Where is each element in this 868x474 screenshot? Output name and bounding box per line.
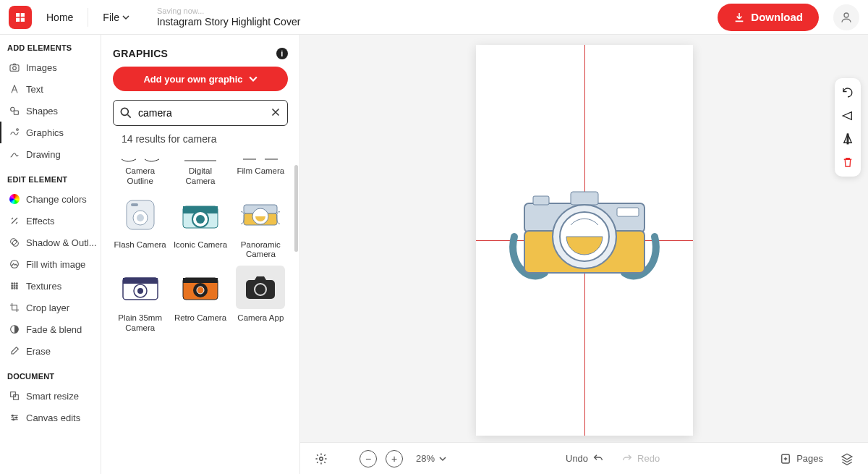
sidebar-item-textures[interactable]: Textures	[0, 275, 101, 297]
fade-icon	[9, 323, 20, 335]
file-menu[interactable]: File	[95, 7, 137, 27]
sidebar-item-images[interactable]: Images	[0, 56, 101, 78]
pages-button[interactable]: Pages	[775, 449, 827, 468]
sidebar-item-label: Effects	[26, 216, 55, 227]
zoom-in-button[interactable]: +	[386, 450, 403, 467]
settings-button[interactable]	[310, 449, 332, 468]
graphics-item[interactable]: Flash Camera	[113, 192, 167, 261]
trash-icon	[841, 156, 854, 169]
sidebar-item-fill-with-image[interactable]: Fill with image	[0, 253, 101, 275]
section-add-elements: ADD ELEMENTS	[0, 43, 101, 56]
graphics-item[interactable]: Digital Camera	[173, 151, 227, 187]
graphics-item[interactable]: Camera App	[234, 266, 288, 334]
crop-icon	[9, 302, 20, 313]
svg-point-54	[320, 457, 323, 460]
sidebar-item-change-colors[interactable]: Change colors	[0, 188, 101, 210]
flip-vertical-button[interactable]	[838, 129, 858, 149]
svg-rect-19	[11, 392, 16, 397]
graphics-item[interactable]: Panoramic Camera	[234, 192, 288, 261]
placed-graphic[interactable]	[501, 186, 668, 295]
search-wrap	[113, 100, 288, 126]
download-button[interactable]: Download	[718, 4, 819, 31]
svg-point-9	[12, 283, 13, 284]
undo-label: Undo	[566, 453, 588, 464]
zoom-out-button[interactable]: −	[359, 450, 377, 467]
graphic-label: Film Camera	[237, 166, 284, 185]
graphics-item[interactable]: Camera Outline	[113, 151, 167, 187]
undo-rotate-button[interactable]	[838, 82, 858, 103]
sidebar-item-fade-blend[interactable]: Fade & blend	[0, 318, 101, 340]
sidebar-item-smart-resize[interactable]: Smart resize	[0, 385, 101, 407]
redo-button[interactable]: Redo	[617, 450, 664, 467]
sidebar-item-graphics[interactable]: Graphics	[0, 122, 101, 143]
graphic-label: Panoramic Camera	[234, 240, 288, 261]
flip-v-icon	[841, 132, 854, 145]
svg-point-22	[16, 417, 17, 418]
thumb-flash-camera	[116, 192, 165, 236]
sidebar-item-shadow-outline[interactable]: Shadow & Outl...	[0, 232, 101, 253]
graphics-item[interactable]: Film Camera	[234, 151, 288, 187]
canvas-viewport[interactable]	[300, 35, 868, 442]
artboard[interactable]	[476, 45, 693, 436]
floating-toolbar	[835, 78, 861, 177]
graphic-label: Flash Camera	[114, 240, 166, 259]
chevron-down-icon	[439, 455, 446, 462]
sidebar-item-label: Fill with image	[26, 259, 85, 270]
panel-scrollbar[interactable]	[294, 165, 298, 252]
sidebar-item-label: Smart resize	[26, 391, 79, 402]
undo-button[interactable]: Undo	[561, 450, 608, 467]
top-bar: Home File Saving now... Instagram Story …	[0, 0, 868, 35]
graphics-item[interactable]: Retro Camera	[173, 266, 227, 334]
graphics-item[interactable]: Iconic Camera	[173, 192, 227, 261]
redo-icon	[621, 453, 633, 465]
sidebar-item-text[interactable]: Text	[0, 78, 101, 100]
sidebar-item-erase[interactable]: Erase	[0, 340, 101, 362]
fill-image-icon	[9, 258, 20, 270]
shadow-icon	[9, 237, 20, 248]
svg-point-13	[14, 285, 15, 287]
save-status: Saving now...	[157, 7, 300, 16]
thumb-panoramic-camera	[236, 192, 285, 236]
layers-button[interactable]	[836, 449, 858, 468]
close-icon	[269, 106, 282, 119]
zoom-level[interactable]: 28%	[412, 450, 451, 467]
graphic-label: Retro Camera	[174, 313, 226, 332]
zoom-value: 28%	[416, 453, 435, 464]
account-button[interactable]	[833, 4, 859, 30]
add-own-graphic-button[interactable]: Add your own graphic	[113, 67, 288, 91]
panel-heading: GRAPHICS	[113, 48, 168, 59]
svg-rect-48	[571, 192, 598, 205]
clear-search-button[interactable]	[269, 106, 282, 119]
graphic-label: Plain 35mm Camera	[113, 313, 167, 334]
document-title[interactable]: Instagram Story Highlight Cover	[157, 16, 300, 27]
camera-icon	[9, 62, 20, 73]
graphic-label: Digital Camera	[173, 166, 227, 187]
sidebar-item-label: Shapes	[26, 106, 58, 117]
sidebar-item-label: Erase	[26, 346, 51, 357]
svg-point-10	[14, 283, 15, 284]
left-sidebar: ADD ELEMENTS Images Text Shapes Graphics…	[0, 35, 101, 474]
graphic-label: Camera Outline	[113, 166, 167, 187]
svg-rect-4	[14, 111, 18, 114]
svg-point-43	[197, 287, 204, 294]
sidebar-item-effects[interactable]: Effects	[0, 210, 101, 232]
drawing-icon	[9, 148, 20, 160]
flip-horizontal-button[interactable]	[838, 106, 858, 126]
search-input[interactable]	[113, 100, 288, 126]
graphics-item[interactable]: Plain 35mm Camera	[113, 266, 167, 334]
sidebar-item-drawing[interactable]: Drawing	[0, 143, 101, 165]
add-page-icon	[779, 452, 792, 465]
delete-button[interactable]	[838, 152, 858, 172]
thumb-plain-35mm	[116, 266, 165, 309]
sidebar-item-label: Crop layer	[26, 302, 69, 313]
sidebar-item-label: Change colors	[26, 194, 87, 205]
document-title-block: Saving now... Instagram Story Highlight …	[157, 7, 300, 27]
app-logo[interactable]	[9, 6, 32, 29]
svg-point-2	[13, 67, 17, 70]
sidebar-item-crop-layer[interactable]: Crop layer	[0, 297, 101, 318]
sidebar-item-canvas-edits[interactable]: Canvas edits	[0, 407, 101, 428]
info-icon[interactable]: i	[276, 48, 288, 59]
home-button[interactable]: Home	[39, 7, 80, 27]
sidebar-item-shapes[interactable]: Shapes	[0, 100, 101, 122]
rotate-ccw-icon	[841, 86, 854, 99]
